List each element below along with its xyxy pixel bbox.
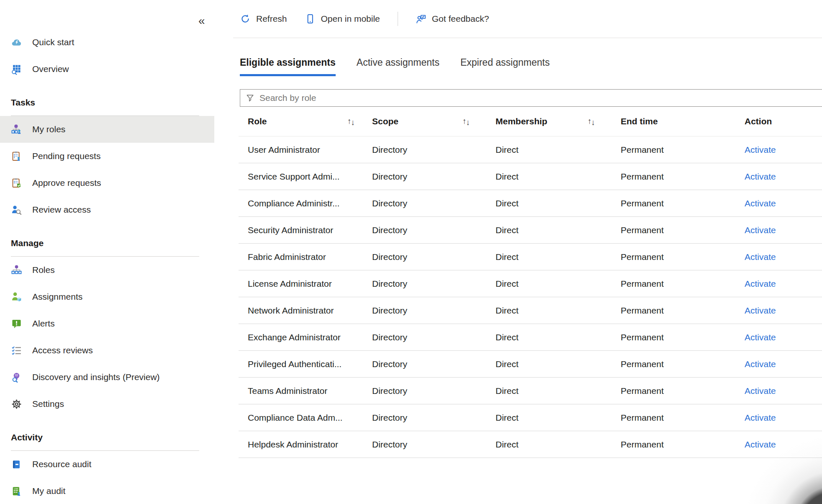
activate-link[interactable]: Activate: [745, 306, 776, 315]
activate-link[interactable]: Activate: [745, 145, 776, 154]
sidebar-item-pending-requests[interactable]: Pending requests: [0, 143, 214, 170]
action-cell[interactable]: Activate: [745, 172, 822, 182]
membership-cell: Direct: [496, 225, 621, 235]
sidebar-item-label: Quick start: [32, 37, 74, 47]
membership-cell: Direct: [496, 279, 621, 289]
feedback-button[interactable]: Got feedback?: [416, 13, 489, 24]
tab-active-assignments[interactable]: Active assignments: [357, 57, 439, 76]
role-cell: Service Support Admi...: [239, 172, 372, 182]
activate-link[interactable]: Activate: [745, 386, 776, 396]
activate-link[interactable]: Activate: [745, 225, 776, 235]
membership-cell: Direct: [496, 440, 621, 450]
activate-link[interactable]: Activate: [745, 440, 776, 449]
action-cell[interactable]: Activate: [745, 252, 822, 262]
activate-link[interactable]: Activate: [745, 332, 776, 342]
mobile-phone-icon: [305, 13, 316, 24]
action-cell[interactable]: Activate: [745, 386, 822, 396]
sidebar-item-label: Overview: [32, 64, 69, 74]
action-cell[interactable]: Activate: [745, 198, 822, 208]
sort-icon[interactable]: ↑↓: [588, 117, 595, 126]
search-box: [240, 89, 822, 107]
role-cell: Compliance Data Adm...: [239, 413, 372, 423]
sidebar-item-my-roles[interactable]: My roles: [0, 116, 214, 143]
audit-list-person-icon: [11, 486, 22, 497]
tab-expired-assignments[interactable]: Expired assignments: [460, 57, 550, 76]
table-row: Compliance Data Adm...DirectoryDirectPer…: [239, 404, 822, 431]
sidebar-item-approve-requests[interactable]: Approve requests: [0, 170, 214, 196]
scope-cell: Directory: [372, 359, 496, 369]
sidebar-item-access-reviews[interactable]: Access reviews: [0, 337, 214, 364]
feedback-person-icon: [416, 13, 426, 24]
refresh-button[interactable]: Refresh: [240, 13, 287, 24]
action-cell[interactable]: Activate: [745, 413, 822, 423]
sidebar-item-assignments[interactable]: Assignments: [0, 283, 214, 310]
column-header-membership[interactable]: Membership↑↓: [496, 116, 621, 126]
sidebar-item-my-audit[interactable]: My audit: [0, 478, 214, 504]
action-cell[interactable]: Activate: [745, 145, 822, 155]
role-cell: Network Administrator: [239, 306, 372, 316]
sidebar-item-label: Discovery and insights (Preview): [32, 372, 160, 382]
end-time-cell: Permanent: [621, 279, 745, 289]
sidebar-nav: Quick startOverviewTasksMy rolesPending …: [0, 29, 216, 504]
table-row: Security AdministratorDirectoryDirectPer…: [239, 217, 822, 244]
sort-icon[interactable]: ↑↓: [462, 117, 470, 126]
open-in-mobile-label: Open in mobile: [321, 14, 380, 24]
sidebar-item-review-access[interactable]: Review access: [0, 196, 214, 223]
activate-link[interactable]: Activate: [745, 279, 776, 288]
org-chart-person-icon: [11, 124, 22, 135]
lightbulb-magnifier-icon: [11, 372, 22, 383]
collapse-sidebar-button[interactable]: «: [198, 15, 205, 27]
activate-link[interactable]: Activate: [745, 359, 776, 369]
role-cell: Helpdesk Administrator: [239, 440, 372, 450]
table-row: Fabric AdministratorDirectoryDirectPerma…: [239, 244, 822, 270]
action-cell[interactable]: Activate: [745, 332, 822, 342]
open-in-mobile-button[interactable]: Open in mobile: [305, 13, 380, 24]
role-cell: License Administrator: [239, 279, 372, 289]
scope-cell: Directory: [372, 198, 496, 208]
search-input[interactable]: [259, 90, 822, 106]
sidebar-item-label: Approve requests: [32, 178, 101, 188]
role-cell: Compliance Administr...: [239, 198, 372, 208]
sidebar-item-discovery-and-insights-preview[interactable]: Discovery and insights (Preview): [0, 364, 214, 391]
activate-link[interactable]: Activate: [745, 252, 776, 262]
action-cell[interactable]: Activate: [745, 279, 822, 289]
sidebar-item-settings[interactable]: Settings: [0, 391, 214, 417]
sidebar-item-label: Resource audit: [32, 459, 91, 469]
sidebar-item-quick-start[interactable]: Quick start: [0, 29, 214, 56]
action-cell[interactable]: Activate: [745, 225, 822, 235]
table-row: Compliance Administr...DirectoryDirectPe…: [239, 190, 822, 217]
column-header-role[interactable]: Role↑↓: [239, 116, 372, 126]
sidebar-item-label: My audit: [32, 486, 65, 496]
sort-icon[interactable]: ↑↓: [347, 117, 354, 126]
assignment-tabs: Eligible assignmentsActive assignmentsEx…: [216, 38, 822, 76]
table-row: Network AdministratorDirectoryDirectPerm…: [239, 297, 822, 324]
book-icon: [11, 459, 22, 470]
action-cell[interactable]: Activate: [745, 359, 822, 369]
scope-cell: Directory: [372, 252, 496, 262]
action-cell[interactable]: Activate: [745, 440, 822, 450]
column-label: Role: [248, 116, 267, 126]
activate-link[interactable]: Activate: [745, 413, 776, 422]
activate-link[interactable]: Activate: [745, 198, 776, 208]
column-header-scope[interactable]: Scope↑↓: [372, 116, 496, 126]
command-bar: Refresh Open in mobile Got feedback?: [216, 0, 822, 38]
scope-cell: Directory: [372, 225, 496, 235]
column-label: Action: [745, 116, 772, 126]
role-cell: Fabric Administrator: [239, 252, 372, 262]
activate-link[interactable]: Activate: [745, 172, 776, 181]
membership-cell: Direct: [496, 306, 621, 316]
table-body: User AdministratorDirectoryDirectPermane…: [239, 136, 822, 458]
sidebar-item-label: Access reviews: [32, 345, 93, 355]
tab-eligible-assignments[interactable]: Eligible assignments: [240, 57, 336, 76]
section-header-manage: Manage: [11, 230, 199, 257]
end-time-cell: Permanent: [621, 413, 745, 423]
sidebar-item-overview[interactable]: Overview: [0, 56, 214, 82]
action-cell[interactable]: Activate: [745, 306, 822, 316]
sidebar-item-resource-audit[interactable]: Resource audit: [0, 451, 214, 478]
sidebar-item-roles[interactable]: Roles: [0, 257, 214, 283]
main-content: Refresh Open in mobile Got feedback? Eli…: [216, 0, 822, 504]
sidebar-item-alerts[interactable]: Alerts: [0, 310, 214, 337]
alert-bubble-icon: [11, 318, 22, 329]
sidebar-item-label: Assignments: [32, 292, 82, 302]
scope-cell: Directory: [372, 172, 496, 182]
